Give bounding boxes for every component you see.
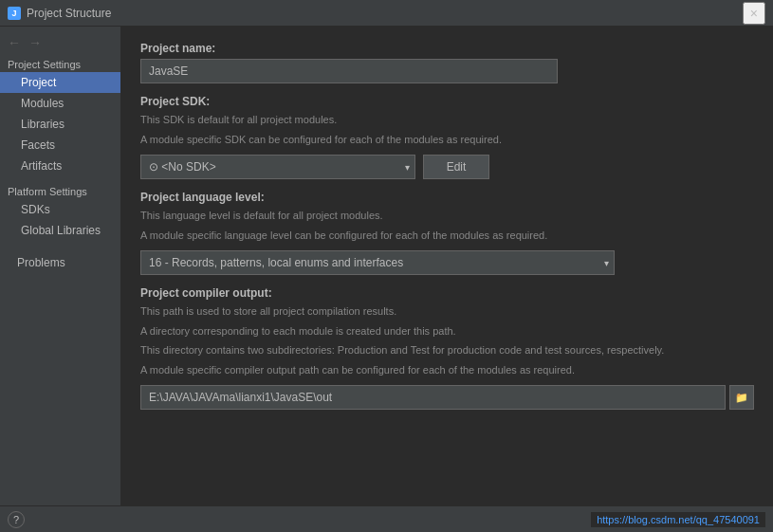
app-icon: J xyxy=(8,7,21,20)
project-language-level-section: Project language level: This language le… xyxy=(140,191,754,275)
status-link[interactable]: https://blog.csdm.net/qq_47540091 xyxy=(591,512,765,527)
sidebar-item-sdks[interactable]: SDKs xyxy=(0,199,120,220)
language-level-select-wrapper: 16 - Records, patterns, local enums and … xyxy=(140,250,615,275)
sdk-row: ⊙ <No SDK> Edit xyxy=(140,155,754,179)
folder-icon: 📁 xyxy=(735,392,748,404)
project-settings-label: Project Settings xyxy=(0,55,120,72)
sidebar-item-project[interactable]: Project xyxy=(0,72,120,93)
project-compiler-output-label: Project compiler output: xyxy=(140,286,754,300)
platform-settings-label: Platform Settings xyxy=(0,182,120,199)
title-bar-left: J Project Structure xyxy=(8,7,111,20)
title-bar-title: Project Structure xyxy=(27,7,111,20)
project-sdk-label: Project SDK: xyxy=(140,95,754,108)
nav-buttons: ← → xyxy=(0,30,120,55)
project-language-level-desc1: This language level is default for all p… xyxy=(140,208,754,224)
project-sdk-desc2: A module specific SDK can be configured … xyxy=(140,132,754,148)
project-name-section: Project name: xyxy=(140,42,754,83)
content-area: Project name: Project SDK: This SDK is d… xyxy=(121,27,773,532)
project-name-input[interactable] xyxy=(140,59,558,83)
sdk-select[interactable]: ⊙ <No SDK> xyxy=(140,155,415,179)
project-language-level-desc2: A module specific language level can be … xyxy=(140,228,754,244)
sidebar-item-libraries[interactable]: Libraries xyxy=(0,114,120,135)
compiler-output-desc4: A module specific compiler output path c… xyxy=(140,362,754,378)
back-button[interactable]: ← xyxy=(6,34,23,51)
project-compiler-output-section: Project compiler output: This path is us… xyxy=(140,286,754,410)
sidebar-scroll: Project Settings Project Modules Librari… xyxy=(0,55,120,532)
sidebar-item-artifacts[interactable]: Artifacts xyxy=(0,156,120,176)
compiler-output-desc3: This directory contains two subdirectori… xyxy=(140,342,754,358)
compiler-output-desc1: This path is used to store all project c… xyxy=(140,303,754,320)
compiler-output-desc2: A directory corresponding to each module… xyxy=(140,323,754,339)
sidebar-item-modules[interactable]: Modules xyxy=(0,93,120,114)
forward-button[interactable]: → xyxy=(27,34,44,51)
language-level-select[interactable]: 16 - Records, patterns, local enums and … xyxy=(140,250,615,275)
close-button[interactable]: × xyxy=(743,2,765,25)
folder-browse-button[interactable]: 📁 xyxy=(729,385,754,410)
title-bar: J Project Structure × xyxy=(0,0,773,27)
sidebar: ← → Project Settings Project Modules Lib… xyxy=(0,27,121,532)
edit-sdk-button[interactable]: Edit xyxy=(423,155,489,179)
main-container: ← → Project Settings Project Modules Lib… xyxy=(0,27,773,532)
sidebar-item-facets[interactable]: Facets xyxy=(0,135,120,156)
project-language-level-label: Project language level: xyxy=(140,191,754,204)
project-sdk-section: Project SDK: This SDK is default for all… xyxy=(140,95,754,179)
project-sdk-desc1: This SDK is default for all project modu… xyxy=(140,112,754,128)
bottom-bar: ? https://blog.csdm.net/qq_47540091 xyxy=(0,505,773,532)
path-row: 📁 xyxy=(140,385,754,410)
sidebar-item-global-libraries[interactable]: Global Libraries xyxy=(0,220,120,241)
sdk-select-wrapper: ⊙ <No SDK> xyxy=(140,155,415,179)
sidebar-item-problems[interactable]: Problems xyxy=(0,252,120,273)
output-path-input[interactable] xyxy=(140,385,726,410)
help-button[interactable]: ? xyxy=(8,511,25,528)
project-name-label: Project name: xyxy=(140,42,754,55)
